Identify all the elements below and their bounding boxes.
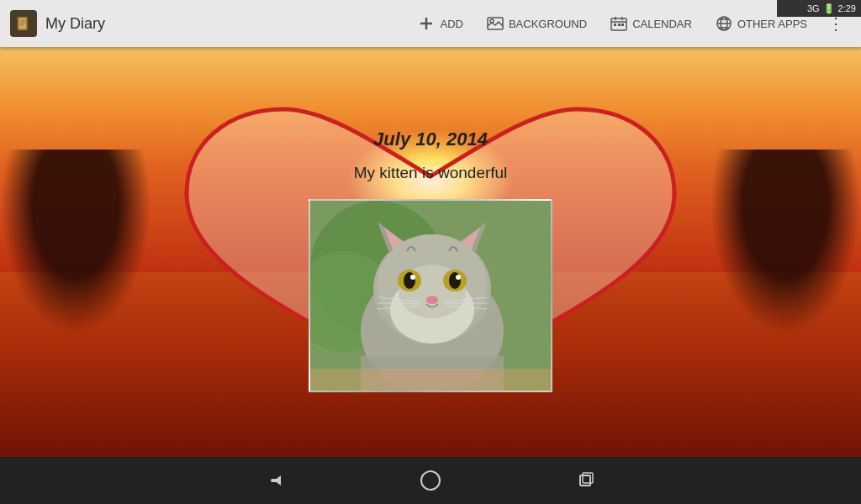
svg-rect-15 (621, 24, 624, 26)
overflow-icon: ⋮ (827, 14, 844, 33)
tree-right (710, 150, 861, 334)
calendar-label: CALENDAR (632, 18, 692, 30)
main-content: July 10, 2014 My kitten is wonderful (0, 47, 861, 457)
diary-entry-text: My kitten is wonderful (354, 164, 508, 182)
status-bar: 3G 🔋 2:29 (777, 0, 861, 17)
svg-rect-51 (580, 475, 590, 486)
clock: 2:29 (838, 3, 856, 13)
svg-point-36 (449, 272, 461, 289)
svg-point-38 (456, 275, 461, 280)
back-button[interactable] (257, 462, 294, 499)
svg-point-37 (410, 275, 415, 280)
heart-content: July 10, 2014 My kitten is wonderful (136, 76, 725, 428)
add-button[interactable]: ADD (408, 10, 473, 37)
bottom-nav (0, 457, 861, 504)
add-label: ADD (440, 18, 462, 30)
other-apps-label: OTHER APPS (737, 18, 807, 30)
svg-rect-1 (18, 18, 26, 29)
background-button[interactable]: BACKGROUND (477, 10, 597, 37)
svg-rect-52 (583, 473, 593, 483)
svg-point-39 (426, 296, 438, 304)
top-bar: My Diary ADD BACKGROUND (0, 0, 861, 47)
image-icon (487, 15, 504, 32)
svg-point-50 (421, 471, 440, 490)
app-title: My Diary (45, 15, 408, 33)
kitten-image (310, 201, 552, 392)
kitten-photo (309, 199, 552, 392)
tree-left (0, 150, 151, 334)
globe-icon (716, 15, 732, 32)
svg-rect-49 (271, 479, 279, 482)
svg-point-35 (404, 272, 415, 289)
signal-indicator: 3G (807, 3, 820, 13)
svg-rect-13 (614, 24, 616, 26)
heart-container: July 10, 2014 My kitten is wonderful (136, 76, 725, 428)
home-button[interactable] (412, 462, 449, 499)
recents-button[interactable] (567, 462, 604, 499)
plus-icon (418, 15, 435, 32)
diary-date: July 10, 2014 (373, 129, 488, 150)
background-label: BACKGROUND (509, 18, 587, 30)
svg-rect-14 (618, 24, 621, 26)
battery-icon: 🔋 (823, 3, 835, 14)
calendar-button[interactable]: CALENDAR (600, 10, 702, 37)
svg-rect-47 (310, 369, 552, 392)
app-icon (10, 10, 37, 37)
calendar-icon (610, 15, 627, 32)
